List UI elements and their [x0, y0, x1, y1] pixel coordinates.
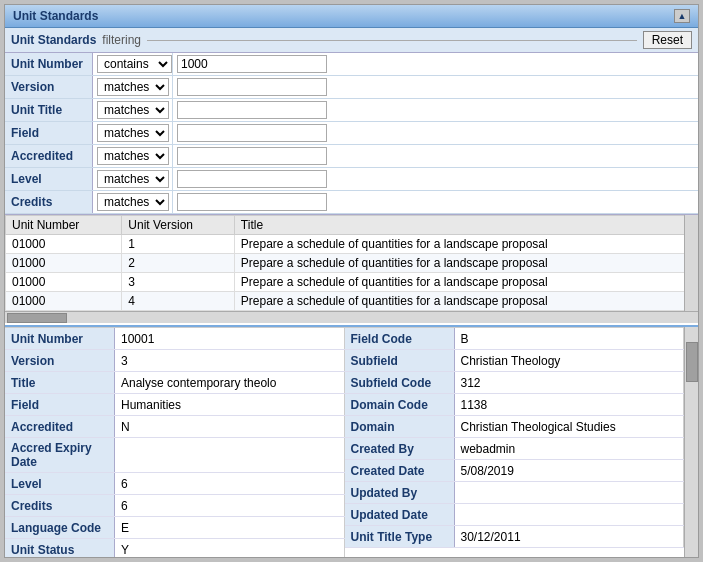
detail-value-domain: Christian Theological Studies — [455, 416, 685, 437]
detail-value-level: 6 — [115, 473, 345, 494]
filter-operator-select-unit-title[interactable]: matches contains — [97, 101, 169, 119]
detail-label-domain-code: Domain Code — [345, 394, 455, 415]
filter-operator-select-level[interactable]: matches contains — [97, 170, 169, 188]
cell-unit-number: 01000 — [6, 254, 122, 273]
cell-unit-number: 01000 — [6, 273, 122, 292]
filter-row-unit-number: Unit Number contains matches starts with — [5, 53, 698, 76]
filter-input-field[interactable] — [177, 124, 327, 142]
detail-value-subfield-code: 312 — [455, 372, 685, 393]
detail-row-version: Version 3 — [5, 350, 345, 372]
table-row[interactable]: 01000 2 Prepare a schedule of quantities… — [6, 254, 698, 273]
detail-section: Unit Number 10001 Version 3 Title Analys… — [5, 327, 698, 557]
filter-value-credits — [173, 191, 698, 213]
detail-label-unit-number: Unit Number — [5, 328, 115, 349]
filter-value-unit-number — [173, 53, 698, 75]
detail-value-accred-expiry — [115, 438, 345, 472]
filter-operator-credits[interactable]: matches contains — [93, 191, 173, 213]
filter-value-field — [173, 122, 698, 144]
filter-operator-accredited[interactable]: matches contains — [93, 145, 173, 167]
table-row[interactable]: 01000 3 Prepare a schedule of quantities… — [6, 273, 698, 292]
filter-operator-field[interactable]: matches contains — [93, 122, 173, 144]
filter-operator-select-accredited[interactable]: matches contains — [97, 147, 169, 165]
filter-label-version: Version — [5, 76, 93, 98]
filter-input-accredited[interactable] — [177, 147, 327, 165]
filter-operator-version[interactable]: matches contains — [93, 76, 173, 98]
detail-label-created-date: Created Date — [345, 460, 455, 481]
main-window: Unit Standards ▲ Unit Standards filterin… — [4, 4, 699, 558]
detail-value-version: 3 — [115, 350, 345, 371]
cell-title: Prepare a schedule of quantities for a l… — [234, 254, 697, 273]
filter-operator-unit-title[interactable]: matches contains — [93, 99, 173, 121]
col-header-unit-number: Unit Number — [6, 216, 122, 235]
window-title-bar: Unit Standards ▲ — [5, 5, 698, 28]
detail-grid: Unit Number 10001 Version 3 Title Analys… — [5, 327, 684, 557]
filter-input-level[interactable] — [177, 170, 327, 188]
detail-value-created-date: 5/08/2019 — [455, 460, 685, 481]
results-horizontal-scrollbar[interactable] — [5, 311, 698, 323]
results-vertical-scrollbar[interactable] — [684, 215, 698, 311]
detail-value-subfield: Christian Theology — [455, 350, 685, 371]
detail-content: Unit Number 10001 Version 3 Title Analys… — [5, 327, 684, 557]
detail-label-unit-title-type: Unit Title Type — [345, 526, 455, 547]
detail-row-created-date: Created Date 5/08/2019 — [345, 460, 685, 482]
filter-section-label: Unit Standards — [11, 33, 96, 47]
detail-label-updated-by: Updated By — [345, 482, 455, 503]
filter-operator-select-field[interactable]: matches contains — [97, 124, 169, 142]
filter-operator-select-credits[interactable]: matches contains — [97, 193, 169, 211]
filter-label-level: Level — [5, 168, 93, 190]
detail-row-title: Title Analyse contemporary theolo — [5, 372, 345, 394]
detail-left-col: Unit Number 10001 Version 3 Title Analys… — [5, 328, 345, 557]
detail-label-accred-expiry: Accred Expiry Date — [5, 438, 115, 472]
results-table: Unit Number Unit Version Title 01000 1 P… — [5, 215, 698, 311]
detail-label-subfield: Subfield — [345, 350, 455, 371]
detail-label-title: Title — [5, 372, 115, 393]
filter-operator-select-version[interactable]: matches contains — [97, 78, 169, 96]
detail-row-unit-number: Unit Number 10001 — [5, 328, 345, 350]
col-header-title: Title — [234, 216, 697, 235]
results-table-wrapper: Unit Number Unit Version Title 01000 1 P… — [5, 215, 698, 311]
table-row[interactable]: 01000 1 Prepare a schedule of quantities… — [6, 235, 698, 254]
detail-row-credits: Credits 6 — [5, 495, 345, 517]
filter-input-unit-number[interactable] — [177, 55, 327, 73]
detail-row-accredited: Accredited N — [5, 416, 345, 438]
detail-vertical-scrollbar[interactable] — [684, 327, 698, 557]
results-h-scrollbar-thumb[interactable] — [7, 313, 67, 323]
detail-label-unit-status: Unit Status — [5, 539, 115, 557]
cell-version: 2 — [122, 254, 235, 273]
filter-input-credits[interactable] — [177, 193, 327, 211]
filter-row-level: Level matches contains — [5, 168, 698, 191]
cell-version: 4 — [122, 292, 235, 311]
detail-label-language-code: Language Code — [5, 517, 115, 538]
detail-row-field-code: Field Code B — [345, 328, 685, 350]
filter-row-credits: Credits matches contains — [5, 191, 698, 214]
detail-value-field: Humanities — [115, 394, 345, 415]
table-row[interactable]: 01000 4 Prepare a schedule of quantities… — [6, 292, 698, 311]
detail-row-domain-code: Domain Code 1138 — [345, 394, 685, 416]
detail-scrollbar-thumb[interactable] — [686, 342, 698, 382]
filter-operator-select-unit-number[interactable]: contains matches starts with — [97, 55, 172, 73]
filter-operator-unit-number[interactable]: contains matches starts with — [93, 53, 173, 75]
detail-label-level: Level — [5, 473, 115, 494]
detail-row-field: Field Humanities — [5, 394, 345, 416]
filter-input-unit-title[interactable] — [177, 101, 327, 119]
detail-value-updated-date — [455, 504, 685, 525]
minimize-button[interactable]: ▲ — [674, 9, 690, 23]
filter-operator-level[interactable]: matches contains — [93, 168, 173, 190]
filter-label-field: Field — [5, 122, 93, 144]
detail-label-domain: Domain — [345, 416, 455, 437]
detail-value-unit-title-type: 30/12/2011 — [455, 526, 685, 547]
detail-value-language-code: E — [115, 517, 345, 538]
cell-title: Prepare a schedule of quantities for a l… — [234, 292, 697, 311]
reset-button[interactable]: Reset — [643, 31, 692, 49]
filter-label-unit-title: Unit Title — [5, 99, 93, 121]
detail-value-updated-by — [455, 482, 685, 503]
cell-unit-number: 01000 — [6, 292, 122, 311]
detail-row-accred-expiry: Accred Expiry Date — [5, 438, 345, 473]
detail-label-updated-date: Updated Date — [345, 504, 455, 525]
filter-input-version[interactable] — [177, 78, 327, 96]
detail-row-domain: Domain Christian Theological Studies — [345, 416, 685, 438]
filter-value-level — [173, 168, 698, 190]
detail-label-created-by: Created By — [345, 438, 455, 459]
filter-label-accredited: Accredited — [5, 145, 93, 167]
filter-header: Unit Standards filtering Reset — [5, 28, 698, 53]
